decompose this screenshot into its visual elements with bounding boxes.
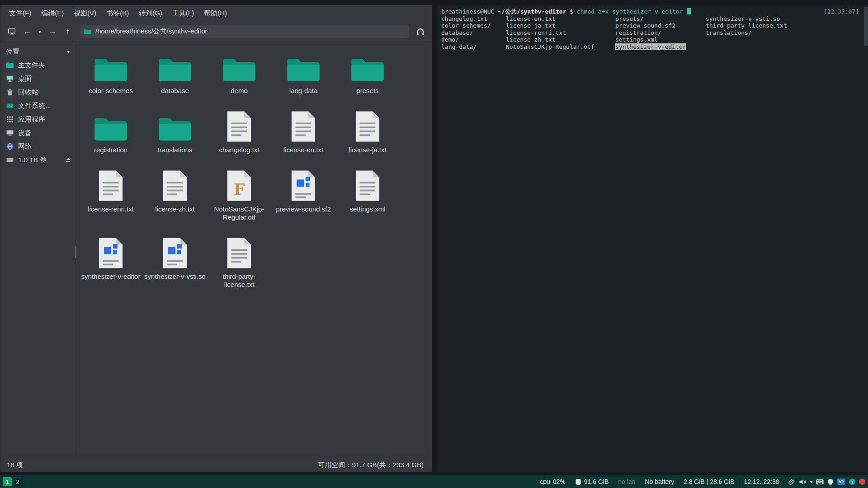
up-icon[interactable]: ↑ [61, 25, 75, 38]
shield-icon[interactable] [827, 479, 834, 485]
path-bar[interactable]: /home/breathiness/公共/synthv-editor [79, 25, 409, 38]
file-item[interactable]: synthesizer-v-editor [79, 234, 143, 289]
prompt-path: ~/公共/synthv-editor [498, 8, 566, 15]
font-file-icon: F [226, 167, 252, 203]
terminal-cell: NotoSansCJKjp-Regular.otf [506, 43, 615, 51]
menu-item-6[interactable]: 帮助(H) [199, 7, 232, 20]
keyboard-icon[interactable] [816, 479, 824, 485]
file-name: color-schemes [89, 87, 133, 95]
caret-down-icon[interactable]: ▾ [810, 479, 812, 485]
sidebar-mode-select[interactable]: 位置 ▾ [0, 45, 75, 58]
paperclip-icon[interactable] [788, 479, 795, 485]
forward-icon[interactable]: → [46, 25, 59, 38]
disk-value: 91.6 GiB [584, 478, 609, 485]
battery-indicator: No battery [640, 478, 679, 485]
binary-file-icon [98, 234, 124, 270]
sidebar-item-network[interactable]: 网络 [0, 140, 75, 153]
file-name: synthesizer-v-vsti.so [144, 272, 206, 281]
terminal-window[interactable]: breathiness@NUC ~/公共/synthv-editor $ chm… [438, 5, 868, 472]
file-item[interactable]: registration [79, 108, 143, 154]
sidebar-item-desktop[interactable]: 桌面 [0, 72, 75, 85]
disk-icon [575, 479, 581, 485]
folder-icon [158, 48, 192, 84]
terminal-output-row: changelog.txtlicense-en.txtpresets/synth… [441, 15, 864, 23]
applications-icon [6, 115, 14, 123]
info-circle-icon[interactable]: i [849, 479, 855, 485]
workspace-switcher: 12 [3, 477, 22, 486]
file-item[interactable]: demo [207, 48, 271, 95]
menu-item-5[interactable]: 工具(L) [167, 7, 199, 20]
folder-icon [94, 108, 128, 144]
memory-indicator: 2.8 GiB | 28.6 GiB [679, 478, 739, 485]
terminal-cell: lang-data/ [441, 43, 506, 51]
file-item[interactable]: license-en.txt [271, 108, 335, 154]
path-text: /home/breathiness/公共/synthv-editor [95, 27, 208, 36]
folder-icon [158, 108, 192, 144]
file-name: license-en.txt [283, 146, 323, 154]
file-item[interactable]: settings.xml [335, 167, 400, 221]
file-item[interactable]: preview-sound.sf2 [271, 167, 335, 221]
menu-item-0[interactable]: 文件(F) [4, 7, 36, 20]
toolbar: ←▾→↑ /home/breathiness/公共/synthv-editor [0, 21, 432, 42]
history-dropdown-icon[interactable]: ▾ [36, 25, 44, 38]
back-icon[interactable]: ← [20, 25, 34, 38]
binary-file-icon [290, 167, 316, 203]
terminal-scrollbar[interactable] [863, 5, 868, 472]
app-circle-icon[interactable] [859, 479, 865, 485]
sidebar-item-applications[interactable]: 应用程序 [0, 113, 75, 126]
menu-item-2[interactable]: 视图(V) [69, 7, 101, 20]
sidebar-item-volume[interactable]: 1.0 TB 卷 [0, 153, 75, 167]
eject-icon[interactable] [65, 157, 71, 163]
file-name: preview-sound.sf2 [276, 205, 331, 213]
file-item[interactable]: presets [335, 48, 400, 95]
headphones-icon[interactable] [414, 25, 427, 38]
sidebar: 位置 ▾ 主文件夹桌面回收站文件系统...应用程序设备网络1.0 TB 卷 [0, 42, 75, 458]
file-name: third-party-license.txt [208, 272, 270, 289]
computer-icon[interactable] [5, 25, 19, 38]
disk-indicator: 91.6 GiB [570, 478, 613, 485]
pane-splitter-handle[interactable] [75, 246, 76, 258]
file-manager-window: 文件(F)编辑(E)视图(V)书签(B)转到(G)工具(L)帮助(H) ←▾→↑… [0, 5, 432, 472]
text-file-icon [162, 167, 188, 203]
menu-item-4[interactable]: 转到(G) [134, 7, 167, 20]
cpu-indicator: cpu 02% [535, 478, 570, 485]
scrollbar-thumb[interactable] [864, 6, 868, 46]
terminal-cell: license-en.txt [506, 15, 615, 23]
file-name: translations [158, 146, 193, 154]
terminal-cell: presets/ [615, 15, 706, 23]
sidebar-item-trash[interactable]: 回收站 [0, 85, 75, 99]
file-item[interactable]: license-ja.txt [335, 108, 400, 154]
terminal-output: changelog.txtlicense-en.txtpresets/synth… [441, 15, 864, 51]
menu-item-3[interactable]: 书签(B) [101, 7, 134, 20]
taskbar: 12 cpu 02% 91.6 GiB no lan No battery 2.… [0, 475, 868, 488]
file-item[interactable]: license-renri.txt [79, 167, 143, 221]
sidebar-item-label: 主文件夹 [18, 61, 71, 70]
status-bar: 18 项 可用空间：91.7 GB(共：233.4 GB) [0, 458, 432, 472]
desktop-icon [6, 75, 14, 83]
sidebar-item-home[interactable]: 主文件夹 [0, 58, 75, 72]
v2-badge-icon[interactable]: V2 [837, 479, 845, 485]
file-name: registration [94, 146, 127, 154]
file-name: license-zh.txt [155, 205, 195, 213]
file-item[interactable]: translations [143, 108, 207, 154]
sidebar-item-devices[interactable]: 设备 [0, 126, 75, 140]
file-item[interactable]: database [143, 48, 207, 95]
terminal-cell: preview-sound.sf2 [615, 22, 706, 29]
terminal-cell: demo/ [441, 36, 506, 43]
sidebar-item-label: 1.0 TB 卷 [18, 156, 61, 164]
sidebar-item-filesystem[interactable]: 文件系统... [0, 99, 75, 113]
file-item[interactable]: changelog.txt [207, 108, 271, 154]
file-item[interactable]: color-schemes [79, 48, 143, 95]
file-item[interactable]: synthesizer-v-vsti.so [143, 234, 207, 289]
workspace-2[interactable]: 2 [13, 477, 22, 486]
file-item[interactable]: third-party-license.txt [207, 234, 271, 289]
volume-icon[interactable] [799, 479, 806, 485]
prompt-symbol: $ [570, 8, 573, 15]
workspace-1[interactable]: 1 [3, 477, 12, 486]
file-item[interactable]: license-zh.txt [143, 167, 207, 221]
chevron-down-icon: ▾ [67, 49, 70, 55]
file-item[interactable]: FNotoSansCJKjp-Regular.otf [207, 167, 271, 221]
file-item[interactable]: lang-data [271, 48, 335, 95]
menu-item-1[interactable]: 编辑(E) [36, 7, 69, 20]
command-text: chmod a+x synthesizer-v-editor [577, 8, 683, 15]
